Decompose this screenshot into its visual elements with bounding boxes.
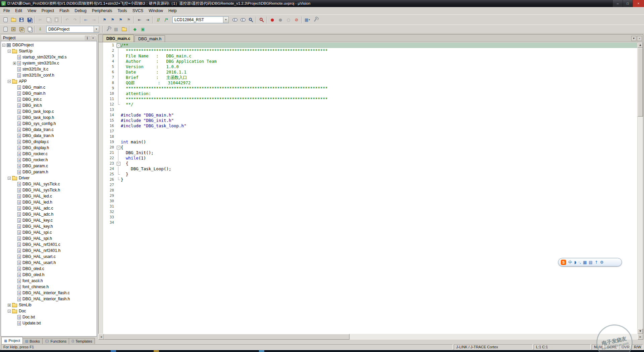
build-button[interactable] (9, 26, 17, 33)
menu-view[interactable]: View (25, 7, 39, 14)
tree-item-dbg-hal-spi-h[interactable]: DBG_HAL_spi.h (1, 235, 97, 241)
code-line[interactable]: 2 **************************************… (103, 48, 637, 53)
close-panel-button[interactable]: × (91, 36, 96, 40)
find-button[interactable] (239, 16, 247, 24)
pin-panel-button[interactable]: ↧ (85, 36, 90, 40)
menu-peripherals[interactable]: Peripherals (89, 7, 115, 14)
menu-window[interactable]: Window (146, 7, 166, 14)
tab-list-button[interactable]: ▼ (631, 36, 636, 41)
open-file-button[interactable] (9, 16, 17, 24)
vertical-scrollbar[interactable]: ▲ ▼ (637, 42, 643, 334)
scroll-down-button[interactable]: ▼ (638, 328, 643, 334)
expand-icon[interactable]: + (8, 304, 11, 307)
tree-item-stmlib[interactable]: +StmLib (1, 302, 97, 308)
tree-item-stm32f10x-conf-h[interactable]: stm32f10x_conf.h (1, 72, 97, 78)
code-line[interactable]: 25 } (103, 172, 637, 177)
debug-windows-button[interactable]: ▦▾ (303, 16, 311, 24)
code-line[interactable]: 20{ (103, 145, 637, 150)
panel-tab-templates[interactable]: ()Templates (69, 338, 95, 344)
code-line[interactable]: 14#include "DBG_main.h" (103, 113, 637, 118)
code-line[interactable]: 21 DBG_Init(); (103, 150, 637, 156)
tree-item-dbg-init-h[interactable]: DBG_init.h (1, 102, 97, 108)
tree-item-dbg-hal-key-h[interactable]: DBG_HAL_key.h (1, 223, 97, 229)
manage-project-items-button[interactable] (120, 26, 128, 33)
bookmark-prev-button[interactable]: ⚑ (109, 16, 117, 24)
horizontal-scroll-thumb[interactable] (104, 334, 350, 340)
configure-button[interactable] (311, 16, 319, 24)
tree-item-dbg-task-loop-h[interactable]: DBG_task_loop.h (1, 115, 97, 121)
pack-installer-button[interactable]: ▣ (139, 26, 147, 33)
code-line[interactable]: 9 **************************************… (103, 86, 637, 91)
clipboard-icon[interactable]: ▤ (589, 260, 592, 264)
tree-item-dbg-hal-interior-flash-h[interactable]: DBG_HAL_interior_flash.h (1, 296, 97, 302)
tree-item-dbg-hal-spi-c[interactable]: DBG_HAL_spi.c (1, 229, 97, 235)
menu-flash[interactable]: Flash (57, 7, 72, 14)
select-target-combo[interactable]: DBGProject ▼ (46, 26, 99, 33)
tree-item-startup[interactable]: -StartUp (1, 48, 97, 54)
batch-build-button[interactable] (25, 26, 34, 33)
tree-item-dbg-param-h[interactable]: DBG_param.h (1, 169, 97, 175)
tree-item-dbg-hal-usart-c[interactable]: DBG_HAL_usart.c (1, 254, 97, 260)
tree-item-dbg-hal-systick-h[interactable]: DBG_HAL_sysTick.h (1, 187, 97, 193)
fold-marker-icon[interactable] (116, 43, 121, 48)
minimize-button[interactable]: – (612, 0, 623, 7)
indent-left-button[interactable]: ⇤ (136, 16, 144, 24)
horizontal-scrollbar[interactable]: ◄ ► (98, 334, 643, 340)
tree-item-dbg-hal-adc-h[interactable]: DBG_HAL_adc.h (1, 211, 97, 217)
collapse-icon[interactable]: - (8, 80, 11, 83)
file-extensions-button[interactable]: ▤ (112, 26, 120, 33)
undo-button[interactable]: ↶ (63, 16, 71, 24)
code-line[interactable]: 19int main() (103, 139, 637, 145)
code-line[interactable]: 8 QQ群 : 310442972 (103, 80, 637, 86)
save-button[interactable] (17, 16, 25, 24)
cut-button[interactable]: ✂ (36, 16, 44, 24)
tree-item-dbg-hal-adc-c[interactable]: DBG_HAL_adc.c (1, 205, 97, 211)
soft-keyboard-icon[interactable]: ▦ (583, 260, 587, 264)
collapse-icon[interactable]: - (8, 50, 11, 53)
breakpoint-margin[interactable] (99, 42, 103, 334)
tree-item-doc-txt[interactable]: Doc.txt (1, 314, 97, 320)
taskbar-app-icon[interactable] (154, 350, 159, 352)
menu-project[interactable]: Project (39, 7, 57, 14)
tree-item-app[interactable]: -APP (1, 78, 97, 84)
tree-item-dbg-oled-c[interactable]: DBG_oled.c (1, 266, 97, 272)
sogou-logo-icon[interactable]: S (561, 260, 566, 265)
code-line[interactable]: 27 (103, 182, 637, 188)
comment-selection-button[interactable]: // (154, 16, 162, 24)
tree-item-dbg-init-c[interactable]: DBG_init.c (1, 96, 97, 102)
punctuation-icon[interactable]: ·, (578, 260, 581, 264)
disable-all-breakpoints-button[interactable]: ○ (284, 16, 292, 24)
paste-button[interactable] (52, 16, 60, 24)
panel-tab-functions[interactable]: {}Functions (42, 338, 69, 344)
combo-dropdown-icon[interactable]: ▼ (94, 26, 99, 32)
scroll-right-button[interactable]: ► (638, 334, 643, 340)
save-all-button[interactable] (25, 16, 34, 24)
panel-tab-project[interactable]: ▦Project (1, 337, 23, 344)
fullwidth-halfwidth-icon[interactable]: ◗ (574, 260, 576, 264)
menu-svcs[interactable]: SVCS (130, 7, 146, 14)
code-line[interactable]: 16#include "DBG_task_loop.h" (103, 123, 637, 129)
code-line[interactable]: 32 (103, 209, 637, 215)
navigate-back-button[interactable]: ← (82, 16, 90, 24)
tree-item-dbg-task-loop-c[interactable]: DBG_task_loop.c (1, 108, 97, 115)
code-line[interactable]: 6 Date : 2016.1.1 (103, 70, 637, 75)
code-line[interactable]: 24 DBG_Task_Loop(); (103, 166, 637, 172)
tree-item-dbg-hal-systick-c[interactable]: DBG_HAL_sysTick.c (1, 181, 97, 187)
tree-item-dbg-hal-interior-flash-c[interactable]: DBG_HAL_interior_flash.c (1, 290, 97, 296)
tree-item-dbg-hal-key-c[interactable]: DBG_HAL_key.c (1, 217, 97, 223)
code-line[interactable]: 13 (103, 107, 637, 113)
code-line[interactable]: 23 { (103, 161, 637, 166)
tree-item-dbg-display-c[interactable]: DBG_display.c (1, 139, 97, 145)
uncomment-selection-button[interactable]: /* (162, 16, 170, 24)
tree-item-system-stm32f10x-c[interactable]: +system_stm32f10x.c (1, 60, 97, 66)
rebuild-all-button[interactable] (17, 26, 25, 33)
taskbar-app-icon[interactable] (259, 350, 264, 352)
tree-item-dbg-hal-led-h[interactable]: DBG_HAL_led.h (1, 199, 97, 205)
menu-edit[interactable]: Edit (12, 7, 25, 14)
code-line[interactable]: 3 File Name : DBG_main.c (103, 53, 637, 59)
fold-marker-icon[interactable] (116, 145, 121, 150)
tree-item-dbg-data-tran-c[interactable]: DBG_data_tran.c (1, 127, 97, 133)
tree-item-font-chinese-h[interactable]: font_chinese.h (1, 284, 97, 290)
vertical-scroll-track[interactable] (638, 48, 643, 328)
menu-file[interactable]: File (1, 7, 12, 14)
